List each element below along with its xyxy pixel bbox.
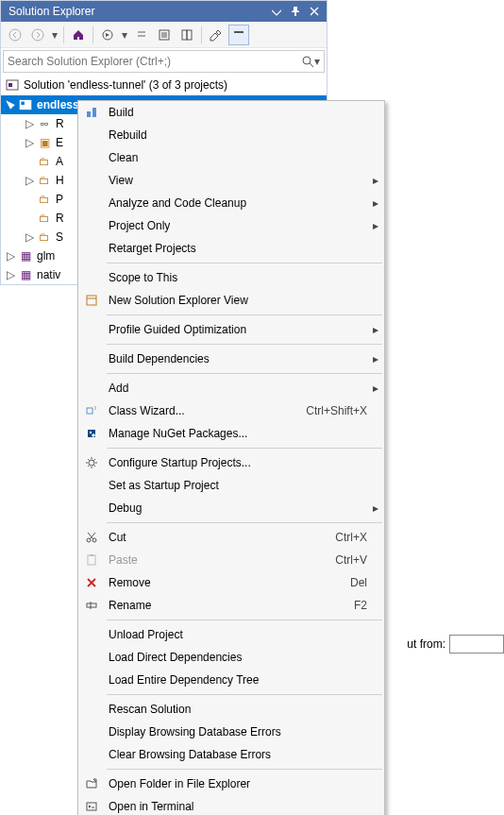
menu-view[interactable]: View▸ xyxy=(78,169,384,192)
window-menu-icon[interactable] xyxy=(268,3,285,20)
search-box[interactable]: ▾ xyxy=(3,50,325,73)
submenu-arrow-icon: ▸ xyxy=(367,501,384,515)
context-menu: Build Rebuild Clean View▸ Analyze and Co… xyxy=(77,100,385,815)
shortcut: Ctrl+V xyxy=(335,553,384,567)
menu-project-only[interactable]: Project Only▸ xyxy=(78,214,384,237)
menu-build[interactable]: Build xyxy=(78,101,384,124)
menu-separator xyxy=(107,522,382,523)
svg-rect-23 xyxy=(90,554,93,556)
forward-button[interactable] xyxy=(27,25,48,45)
refresh-button[interactable] xyxy=(176,25,197,45)
svg-point-1 xyxy=(32,29,43,41)
close-icon[interactable] xyxy=(306,3,323,20)
svg-rect-11 xyxy=(21,102,24,105)
menu-cfg-startup[interactable]: Configure Startup Projects... xyxy=(78,451,384,474)
submenu-arrow-icon: ▸ xyxy=(367,323,384,336)
shortcut: Ctrl+Shift+X xyxy=(306,404,384,417)
back-button[interactable] xyxy=(5,25,25,45)
references-icon: ▫▫ xyxy=(37,116,52,131)
folder-icon: 🗀 xyxy=(37,192,52,207)
home-button[interactable] xyxy=(68,25,89,45)
menu-build-deps[interactable]: Build Dependencies▸ xyxy=(78,348,384,370)
bg-input[interactable] xyxy=(449,635,504,654)
svg-point-17 xyxy=(90,432,92,433)
open-folder-icon xyxy=(78,777,105,790)
menu-pgo[interactable]: Profile Guided Optimization▸ xyxy=(78,318,384,341)
properties-button[interactable] xyxy=(206,25,227,45)
menu-nuget[interactable]: Manage NuGet Packages... xyxy=(78,422,384,445)
terminal-icon xyxy=(78,800,105,813)
background-fragment: ut from: xyxy=(407,635,504,654)
menu-rename[interactable]: RenameF2 xyxy=(78,594,384,617)
menu-load-direct[interactable]: Load Direct Dependencies xyxy=(78,646,384,669)
switch-views-dropdown[interactable]: ▾ xyxy=(120,28,129,42)
menu-separator xyxy=(107,314,382,315)
paste-icon xyxy=(78,553,105,567)
class-wizard-icon xyxy=(78,404,105,417)
expand-icon[interactable]: ▷ xyxy=(24,137,35,148)
nav-dropdown[interactable]: ▾ xyxy=(50,28,59,42)
search-input[interactable] xyxy=(8,55,301,68)
menu-separator xyxy=(107,373,382,374)
svg-rect-15 xyxy=(87,408,92,414)
menu-clean[interactable]: Clean xyxy=(78,146,384,169)
menu-add[interactable]: Add▸ xyxy=(78,377,384,399)
svg-point-0 xyxy=(9,29,21,41)
toolbar: ▾ ▾ xyxy=(1,22,327,48)
menu-rescan[interactable]: Rescan Solution xyxy=(78,698,384,721)
panel-titlebar: Solution Explorer xyxy=(1,1,327,22)
menu-load-tree[interactable]: Load Entire Dependency Tree xyxy=(78,669,384,691)
switch-views-button[interactable] xyxy=(97,25,118,45)
project-icon xyxy=(18,97,33,112)
expand-icon[interactable]: ▷ xyxy=(24,175,35,186)
menu-open-terminal[interactable]: Open in Terminal xyxy=(78,795,384,815)
menu-separator xyxy=(107,769,382,770)
menu-separator xyxy=(107,694,382,695)
rename-icon xyxy=(78,599,105,612)
submenu-arrow-icon: ▸ xyxy=(367,382,384,395)
shortcut: Ctrl+X xyxy=(335,531,384,544)
menu-display-errors[interactable]: Display Browsing Database Errors xyxy=(78,721,384,743)
menu-rebuild[interactable]: Rebuild xyxy=(78,124,384,146)
menu-analyze[interactable]: Analyze and Code Cleanup▸ xyxy=(78,192,384,214)
svg-rect-5 xyxy=(187,30,192,40)
menu-unload[interactable]: Unload Project xyxy=(78,623,384,646)
menu-open-folder[interactable]: Open Folder in File Explorer xyxy=(78,773,384,795)
expand-icon[interactable]: ▷ xyxy=(5,269,16,280)
pin-icon[interactable] xyxy=(287,3,304,20)
menu-scope[interactable]: Scope to This xyxy=(78,266,384,289)
menu-cut[interactable]: CutCtrl+X xyxy=(78,526,384,549)
sync-active-button[interactable] xyxy=(154,25,175,45)
expand-icon[interactable]: ▷ xyxy=(24,118,35,129)
svg-point-19 xyxy=(89,460,94,466)
submenu-arrow-icon: ▸ xyxy=(367,352,384,365)
submenu-arrow-icon: ▸ xyxy=(367,219,384,232)
expand-icon[interactable]: ▷ xyxy=(24,231,35,243)
solution-label: Solution 'endless-tunnel' (3 of 3 projec… xyxy=(24,78,227,92)
refs-icon: ▣ xyxy=(37,135,52,150)
solution-root[interactable]: Solution 'endless-tunnel' (3 of 3 projec… xyxy=(1,75,327,95)
submenu-arrow-icon: ▸ xyxy=(367,174,384,187)
panel-title: Solution Explorer xyxy=(8,5,268,18)
menu-class-wizard[interactable]: Class Wizard...Ctrl+Shift+X xyxy=(78,399,384,422)
menu-new-view[interactable]: New Solution Explorer View xyxy=(78,289,384,312)
project-icon: ▦ xyxy=(18,267,33,282)
gear-icon xyxy=(78,456,105,469)
svg-rect-12 xyxy=(87,111,91,117)
menu-separator xyxy=(107,263,382,263)
menu-retarget[interactable]: Retarget Projects xyxy=(78,237,384,260)
menu-debug[interactable]: Debug▸ xyxy=(78,497,384,519)
submenu-arrow-icon: ▸ xyxy=(367,196,384,210)
search-icon[interactable]: ▾ xyxy=(301,55,320,68)
expand-icon[interactable] xyxy=(5,99,16,110)
svg-rect-6 xyxy=(234,31,244,33)
pending-changes-button[interactable] xyxy=(131,25,152,45)
preview-button[interactable] xyxy=(228,25,249,45)
menu-clear-errors[interactable]: Clear Browsing Database Errors xyxy=(78,743,384,766)
folder-icon: 🗀 xyxy=(37,211,52,226)
menu-remove[interactable]: RemoveDel xyxy=(78,571,384,594)
menu-set-startup[interactable]: Set as Startup Project xyxy=(78,474,384,497)
shortcut: F2 xyxy=(354,599,384,612)
expand-icon[interactable]: ▷ xyxy=(5,250,16,262)
remove-icon xyxy=(78,576,105,589)
